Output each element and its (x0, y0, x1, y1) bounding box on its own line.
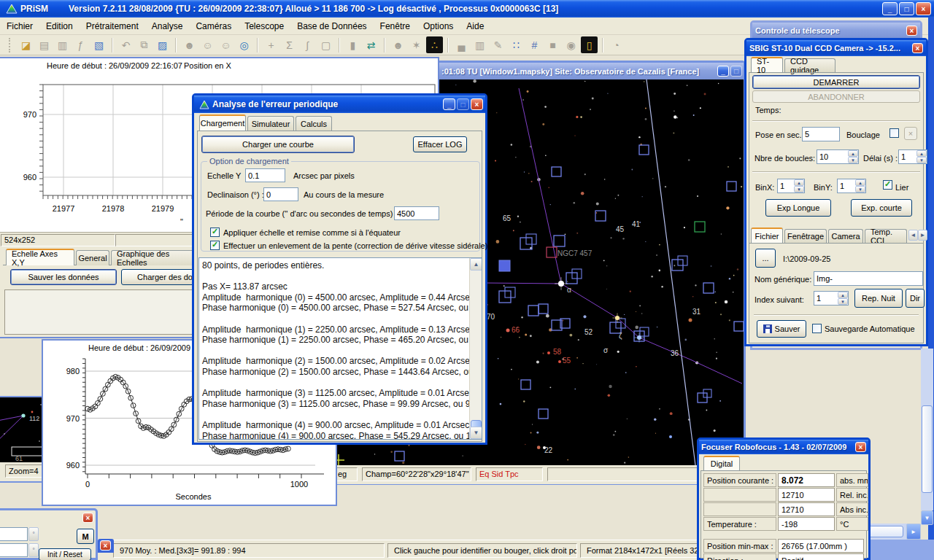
tab-temp-cci[interactable]: Temp. CCI (865, 229, 907, 243)
square-icon[interactable]: ■ (544, 36, 561, 53)
camera-close-button[interactable]: × (912, 43, 923, 53)
comet-icon[interactable]: ✶ (408, 36, 425, 53)
menu-pr-traitement[interactable]: Prétraitement (80, 19, 145, 34)
paste-icon[interactable]: ▨ (154, 36, 171, 53)
menu-options[interactable]: Options (417, 19, 460, 34)
menu-fichier[interactable]: Fichier (0, 19, 39, 34)
dialog-close-button[interactable]: × (471, 98, 483, 110)
lier-checkbox[interactable] (883, 180, 892, 190)
copy-icon[interactable]: ⧉ (136, 36, 153, 53)
corner-deg-2[interactable]: ° (28, 543, 39, 557)
magnifier-icon[interactable]: ◎ (236, 36, 252, 53)
tab-general[interactable]: General (76, 250, 109, 265)
index-stepper[interactable]: ▲▼ (814, 291, 849, 306)
film-icon[interactable]: ▯ (581, 36, 598, 53)
toolbar-handle[interactable] (9, 38, 11, 52)
head-profile-icon[interactable]: ☻ (181, 36, 198, 53)
new-session-icon[interactable]: ▧ (90, 36, 107, 53)
menu-aide[interactable]: Aide (460, 19, 490, 34)
save-data-button[interactable]: Sauver les données (10, 269, 117, 285)
load-curve-button[interactable]: Charger une courbe (201, 136, 355, 153)
menu-edition[interactable]: Edition (39, 19, 80, 34)
remove-slope-checkbox[interactable] (210, 241, 220, 250)
corner-deg-1[interactable]: ° (28, 527, 39, 541)
dialog-titlebar[interactable]: Analyse de l'erreur periodique _ □ × (194, 96, 485, 113)
pose-input[interactable] (802, 127, 840, 141)
skymap-minimize-button[interactable]: _ (717, 66, 729, 77)
main-maximize-button[interactable]: □ (899, 2, 914, 15)
save-icon[interactable]: ▤ (36, 36, 53, 53)
corner-close-button[interactable]: × (82, 513, 93, 523)
rep-nuit-button[interactable]: Rep. Nuit (854, 289, 903, 308)
user-add-icon[interactable]: ☺ (199, 36, 216, 53)
starmap-icon[interactable]: ∴ (426, 36, 443, 53)
user-flag-icon[interactable]: ☺ (217, 36, 234, 53)
log-scrollbar[interactable]: ▲ ▼ (469, 258, 482, 439)
delai-input[interactable] (899, 150, 916, 163)
tab-digital[interactable]: Digital (703, 456, 740, 470)
menu-cam-ras[interactable]: Caméras (189, 19, 238, 34)
menu-base-de-donn-es[interactable]: Base de Données (290, 19, 373, 34)
info-icon[interactable]: ƒ (72, 36, 89, 53)
save-all-icon[interactable]: ▥ (54, 36, 71, 53)
main-minimize-button[interactable]: _ (882, 2, 898, 15)
tab-camera[interactable]: Camera (828, 229, 863, 243)
corner-field-1[interactable] (0, 527, 28, 541)
init-reset-button[interactable]: Init / Reset (39, 548, 91, 560)
skymap-maximize-button[interactable]: □ (730, 66, 742, 77)
tab-calculs[interactable]: Calculs (296, 116, 332, 131)
menu-fen-tre[interactable]: Fenêtre (374, 19, 417, 34)
focuser-titlebar[interactable]: Focuser Robofocus - 1.43 - 02/07/2009 × (699, 440, 868, 454)
fingerprint-icon[interactable]: ◉ (563, 36, 579, 53)
dialog-maximize-button[interactable]: □ (457, 98, 469, 110)
crosshair-icon[interactable]: + (263, 36, 279, 53)
periode-input[interactable] (394, 206, 439, 220)
corner-field-2[interactable] (0, 543, 28, 557)
tab-st-10[interactable]: ST-10 (751, 57, 783, 72)
tab-chargement[interactable]: Chargement (199, 114, 246, 131)
echelle-input[interactable] (245, 168, 285, 182)
horizontal-scroll-thumb[interactable] (865, 526, 903, 537)
binx-stepper[interactable]: ▲▼ (777, 179, 805, 193)
open-file-icon[interactable]: ◪ (18, 36, 34, 53)
tab-fen-trage[interactable]: Fenêtrage (784, 229, 827, 243)
export-disk-icon[interactable]: ⇄ (363, 36, 379, 53)
columns-icon[interactable]: ▥ (471, 36, 488, 53)
vertical-scroll-down[interactable]: ▼ (921, 510, 933, 525)
auto-save-checkbox[interactable] (812, 324, 822, 333)
tab-ccd-guidage[interactable]: CCD guidage (784, 58, 835, 72)
nbre-input[interactable] (817, 150, 848, 163)
index-input[interactable] (814, 292, 838, 305)
sauver-button[interactable]: Sauver (757, 320, 806, 338)
camera-titlebar[interactable]: SBIG ST-10 Dual CCD Camera -> -15.2... × (746, 40, 926, 56)
tab-simulateur[interactable]: Simulateur (247, 116, 294, 131)
binx-input[interactable] (778, 179, 794, 192)
clock-icon[interactable]: ◔ (608, 36, 625, 53)
telescope-close-button[interactable]: × (906, 26, 917, 36)
browse-button[interactable]: ... (755, 249, 776, 268)
tabs-scroll-left[interactable]: ◄ (908, 230, 918, 241)
telescope-titlebar[interactable]: Controle du télescope × (752, 23, 920, 39)
bouclage-checkbox[interactable] (889, 128, 899, 138)
tab-graphique-des-echelles[interactable]: Graphique des Echelles (111, 250, 197, 265)
menu-telescope[interactable]: Telescope (238, 19, 290, 34)
main-titlebar[interactable]: PRiSM Version 7.2.11 28/08/2009 {TU : 26… (0, 0, 934, 18)
clear-log-button[interactable]: Effacer LOG (413, 136, 467, 152)
user-gray-icon[interactable]: ☻ (390, 36, 406, 53)
tab-echelle-axes-x-y[interactable]: Echelle Axes X,Y (6, 249, 74, 265)
main-close-button[interactable]: × (916, 2, 931, 15)
nom-generique-input[interactable] (814, 271, 923, 286)
curve-fit-icon[interactable]: ∫ (299, 36, 316, 53)
signature-icon[interactable]: ✎ (490, 36, 506, 53)
tab-fichier[interactable]: Fichier (751, 228, 783, 243)
vertical-scroll-thumb[interactable] (922, 405, 933, 493)
log-scroll-up[interactable]: ▲ (470, 258, 482, 271)
sum-icon[interactable]: Σ (281, 36, 298, 53)
dir-button[interactable]: Dir (906, 289, 925, 308)
exp-courte-button[interactable]: Exp. courte (851, 199, 912, 217)
biny-input[interactable] (838, 179, 855, 192)
tabs-scroll-right[interactable]: ► (918, 230, 927, 241)
mini-close-button[interactable]: × (100, 540, 111, 551)
disk-save-icon[interactable]: ▄ (453, 36, 470, 53)
focuser-close-button[interactable]: × (855, 442, 866, 452)
